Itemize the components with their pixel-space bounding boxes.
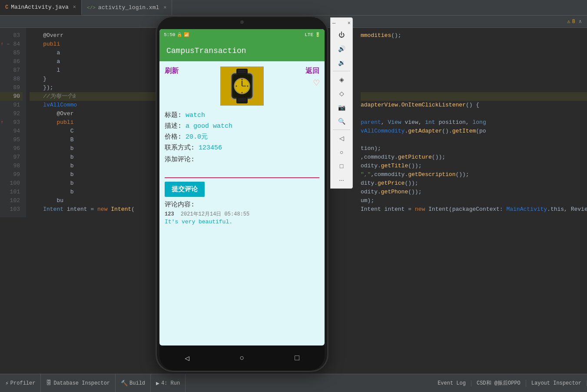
up-arrow-84: ↑ [1,40,3,49]
nav-recent-icon[interactable]: □ [295,354,299,362]
rline-100: dity.getPrice()); [361,179,587,188]
status-right: LTE 🔋 [305,32,320,37]
event-log-item[interactable]: Event Log [432,380,471,386]
run-item[interactable]: ▶ 4: Run [151,374,186,392]
fold-button[interactable]: ∧ [579,18,582,25]
add-comment-label: 添加评论: [165,155,319,163]
separator-2 [333,130,350,130]
code-line-102: bu [30,196,156,205]
build-item[interactable]: 🔨 Build [116,374,151,392]
line-86: 86 [0,57,23,66]
line-83: 83 [0,31,23,40]
more-button[interactable]: ··· [334,173,349,186]
line-96: 96 [0,144,23,153]
back-nav-button[interactable]: ◁ [334,132,349,145]
code-line-84: publi [30,40,156,49]
rline-94: vAllCommodity.getAdapter().getItem(po [361,127,587,136]
warning-icon: ⚠ [567,18,570,25]
phone-screen: 5:50 🔒 📶 LTE 🔋 CampusTransaction 刷新 [159,29,325,345]
contact-row: 联系方式: 123456 [165,143,319,152]
code-line-87: l [30,66,156,75]
rotate-button[interactable]: ◈ [334,73,349,86]
line-98: 98 [0,162,23,170]
event-log-label: Event Log [438,380,466,386]
back-button[interactable]: 返回 [305,66,319,76]
line-91: 91 [0,101,23,110]
tab-label-main: MainActivity.java [11,4,69,10]
camera-button[interactable]: 📷 [334,101,349,114]
wifi-icon: 📶 [184,32,189,37]
up-arrow-93: ↑ [1,118,3,127]
rline-98: odity.getTitle()); [361,162,587,170]
rline-89 [361,83,587,92]
rline-96: tion); [361,144,587,153]
line-97: 97 [0,153,23,162]
comment-item: 123 2021年12月14日 05:48:55 It's very beaut… [165,210,319,225]
code-line-99: b [30,170,156,179]
database-label: Database Inspector [53,380,110,386]
line-87: 87 [0,66,23,75]
code-line-92: @Over [30,110,156,118]
profiler-label: Profiler [10,380,36,386]
square-nav-button[interactable]: □ [334,159,349,173]
tab-main-activity[interactable]: C MainActivity.java × [0,0,82,15]
refresh-button[interactable]: 刷新 [165,66,179,76]
database-inspector-item[interactable]: 🗄 Database Inspector [41,374,116,392]
zoom-button[interactable]: 🔍 [334,115,349,128]
code-line-101: b [30,188,156,196]
camera-dot [240,20,244,24]
product-image [220,66,264,106]
desc-value: a good watch [186,123,232,130]
phone-frame: 5:50 🔒 📶 LTE 🔋 CampusTransaction 刷新 [156,16,328,372]
tab-activity-login[interactable]: </> activity_login.xml × [82,0,172,15]
erase-button[interactable]: ◇ [334,87,349,100]
minimize-button[interactable]: — [332,20,335,27]
comment-date: 2021年12月14日 05:48:55 [181,211,249,217]
status-time: 5:50 [164,32,175,37]
tab-close-login[interactable]: × [163,5,166,11]
nav-home-icon[interactable]: ○ [240,354,245,362]
code-line-94: C [30,127,156,136]
status-left: 5:50 🔒 📶 [164,32,189,37]
heart-icon[interactable]: ♡ [314,77,319,89]
detail-header: 刷新 [165,66,319,106]
desc-label: 描述: [165,123,182,130]
svg-point-8 [242,92,243,93]
line-100: 100 [0,179,23,188]
warning-badge[interactable]: ⚠ 8 [567,18,575,25]
line-85: 85 [0,49,23,57]
separator-1 [333,71,350,71]
csd-item[interactable]: CSD和 @振后OPPO [471,379,526,387]
rline-92 [361,110,587,118]
home-nav-button[interactable]: ○ [334,146,349,159]
line-102: 102 [0,196,23,205]
price-label: 价格: [165,133,182,141]
line-95: 95 [0,136,23,144]
java-icon: C [5,4,8,10]
rline-85 [361,49,587,57]
phone-emulator: 5:50 🔒 📶 LTE 🔋 CampusTransaction 刷新 [156,16,328,372]
tab-bar: C MainActivity.java × </> activity_login… [0,0,587,16]
title-value: watch [186,112,205,119]
comment-user: 123 [165,211,174,217]
close-button[interactable]: × [348,20,351,27]
volume-up-button[interactable]: 🔊 [334,42,349,55]
code-line-85: a [30,49,156,57]
bottom-bar: ⚡ Profiler 🗄 Database Inspector 🔨 Build … [0,374,587,392]
tab-close-main[interactable]: × [73,4,76,10]
comment-input[interactable] [165,166,319,178]
line-103: 103 [0,205,23,214]
emulator-sidebar: — × ⏻ 🔊 🔉 ◈ ◇ 📷 🔍 ◁ ○ □ ··· [330,17,353,189]
database-icon: 🗄 [46,380,52,386]
profiler-item[interactable]: ⚡ Profiler [0,374,41,392]
run-icon: ▶ [156,380,159,387]
submit-comment-button[interactable]: 提交评论 [165,182,205,197]
nav-back-icon[interactable]: ◁ [185,353,189,363]
rline-97: ,commodity.getPicture()); [361,153,587,162]
contact-value: 123456 [199,144,222,152]
power-button[interactable]: ⏻ [334,28,349,41]
code-content[interactable]: @Overr publi a a l } }); //为每一个ā lvAllCo… [26,28,156,217]
layout-inspector-item[interactable]: Layout Inspector [526,380,587,386]
code-line-98: b [30,162,156,170]
volume-down-button[interactable]: 🔉 [334,56,349,69]
